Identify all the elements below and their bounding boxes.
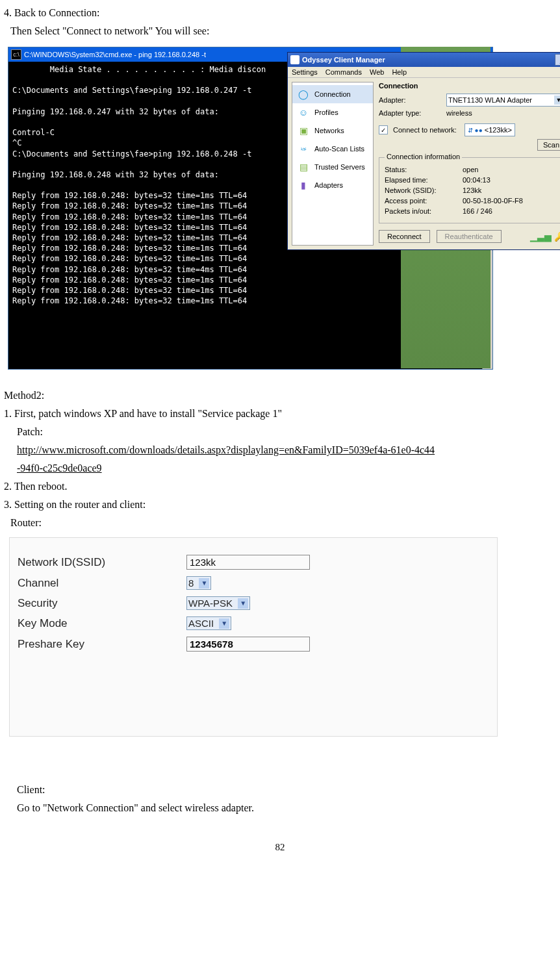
sidebar-item-adapters[interactable]: ▮ Adapters [292,176,373,194]
adapter-type-label: Adapter type: [379,109,444,117]
sidebar-item-networks[interactable]: ▣ Networks [292,121,373,140]
trusted-icon: ▤ [296,160,311,174]
sidebar-label: Trusted Servers [314,163,365,171]
router-psk-label: Preshare Key [18,638,186,651]
minimize-button[interactable]: _ [555,54,560,66]
packets-value: 166 / 246 [463,207,492,215]
router-channel-value: 8 [188,577,194,589]
router-security-select[interactable]: WPA-PSK ▼ [186,596,250,610]
step-4-sub: Then Select "Connect to network" You wil… [4,23,556,39]
chevron-down-icon: ▼ [199,578,209,589]
router-channel-label: Channel [18,577,186,590]
connect-checkbox[interactable]: ✓ [379,125,388,134]
elapsed-value: 00:04:13 [463,176,490,184]
router-keymode-select[interactable]: ASCII ▼ [186,616,231,630]
sidebar-item-trusted[interactable]: ▤ Trusted Servers [292,158,373,176]
adapter-combo[interactable]: TNET1130 WLAN Adapter ▼ [446,94,560,107]
signal-bars-icon: ▁▃▅ [530,231,552,242]
key-icon: 🔑 [554,231,560,242]
sidebar-label: Connection [314,90,351,98]
odyssey-window: Odyssey Client Manager _ Settings Comman… [287,52,560,250]
group-title: Connection information [385,153,462,160]
odyssey-app-icon [290,55,299,64]
router-security-label: Security [18,597,186,610]
client-label: Client: [4,782,556,798]
patch-label: Patch: [4,424,556,440]
ap-value: 00-50-18-00-0F-F8 [463,197,523,205]
packets-label: Packets in/out: [385,207,463,215]
reconnect-button[interactable]: Reconnect [379,230,430,243]
connect-label: Connect to network: [393,126,457,134]
router-keymode-value: ASCII [188,618,214,629]
sidebar-label: Profiles [314,108,338,116]
network-combo[interactable]: ⇵ ●● <123kk> [465,123,515,136]
scan-button[interactable]: Scan [537,139,560,151]
ssid-value: 123kk [463,186,481,194]
chevron-down-icon: ▼ [219,618,229,629]
network-value: <123kk> [485,126,512,134]
adapter-type-value: wireless [446,109,472,117]
sidebar-item-profiles[interactable]: ☺ Profiles [292,103,373,121]
autoscan-icon: ⎃ [296,142,311,156]
router-keymode-label: Key Mode [18,617,186,630]
adapter-label: Adapter: [379,96,444,104]
networks-icon: ▣ [296,123,311,138]
odyssey-sidebar: ◯ Connection ☺ Profiles ▣ Networks ⎃ Aut… [292,82,374,246]
page-number: 82 [4,842,556,853]
panel-heading: Connection [379,82,560,90]
odyssey-title-text: Odyssey Client Manager [302,56,385,64]
status-icons: ▁▃▅ 🔑 [530,231,560,242]
patch-link-2[interactable]: -94f0-c25c9de0ace9 [17,463,102,474]
router-label: Router: [4,515,556,531]
connection-info-group: Connection information Status:open Elaps… [379,157,560,223]
ap-label: Access point: [385,197,463,205]
elapsed-label: Elapsed time: [385,176,463,184]
menu-web[interactable]: Web [370,68,384,76]
adapter-value: TNET1130 WLAN Adapter [448,96,532,104]
patch-link-1[interactable]: http://www.microsoft.com/downloads/detai… [17,444,435,455]
ssid-label: Network (SSID): [385,186,463,194]
method2-heading: Method2: [4,388,556,403]
status-value: open [463,166,478,173]
sidebar-label: Adapters [314,181,343,189]
method2-step1: 1. First, patch windows XP and have to i… [4,406,556,422]
router-config-screenshot: Network ID(SSID) Channel 8 ▼ Security WP… [9,537,498,737]
step-4: 4. Back to Connection: [4,5,556,21]
profiles-icon: ☺ [296,105,311,120]
sidebar-label: Auto-Scan Lists [314,145,364,153]
router-channel-select[interactable]: 8 ▼ [186,576,211,590]
signal-icon: ⇵ ●● [468,127,483,134]
odyssey-titlebar[interactable]: Odyssey Client Manager _ [288,53,560,67]
cmd-title-text: C:\WINDOWS\System32\cmd.exe - ping 192.1… [24,51,206,58]
menu-help[interactable]: Help [392,68,407,76]
method2-step3: 3. Setting on the router and client: [4,497,556,513]
sidebar-item-connection[interactable]: ◯ Connection [292,85,373,103]
odyssey-menubar: Settings Commands Web Help [288,67,560,78]
status-label: Status: [385,166,463,173]
screenshot-cmd-odyssey: c:\ C:\WINDOWS\System32\cmd.exe - ping 1… [8,47,492,368]
reauthenticate-button: Reauthenticate [437,230,502,243]
chevron-down-icon: ▼ [554,95,560,105]
cmd-icon: c:\ [11,49,21,60]
router-ssid-label: Network ID(SSID) [18,556,186,569]
connection-icon: ◯ [296,87,311,101]
client-instruction: Go to "Network Connection" and select wi… [4,800,556,816]
adapters-icon: ▮ [296,178,311,192]
menu-settings[interactable]: Settings [292,68,318,76]
menu-commands[interactable]: Commands [325,68,362,76]
method2-step2: 2. Then reboot. [4,479,556,494]
sidebar-item-autoscan[interactable]: ⎃ Auto-Scan Lists [292,140,373,158]
router-security-value: WPA-PSK [188,598,233,609]
router-ssid-input[interactable] [186,555,310,570]
odyssey-main-panel: Connection Adapter: TNET1130 WLAN Adapte… [377,78,560,249]
chevron-down-icon: ▼ [238,598,248,609]
router-psk-input[interactable] [186,637,310,652]
sidebar-label: Networks [314,127,344,134]
